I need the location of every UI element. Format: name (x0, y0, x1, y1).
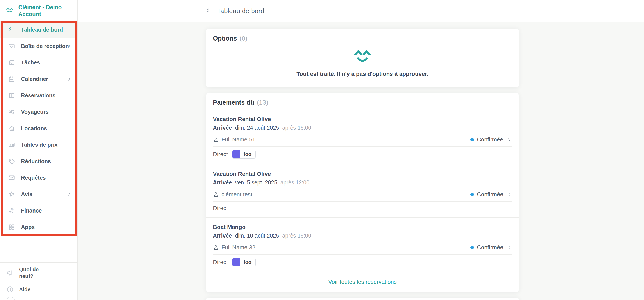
see-all-reservations-link[interactable]: Voir toutes les réservations (328, 278, 397, 285)
star-icon (8, 191, 15, 198)
guest-name: Full Name 32 (222, 244, 256, 251)
people-icon (8, 108, 15, 115)
sidebar-item-apps[interactable]: Apps (0, 219, 78, 235)
person-icon (213, 192, 219, 197)
finance-icon: € (8, 207, 15, 214)
checklist-icon (8, 26, 15, 33)
chevron-right-icon (67, 77, 72, 82)
book-icon (8, 92, 15, 99)
guest: clément test (213, 191, 252, 198)
svg-text:€: € (12, 208, 13, 210)
reservation-arrival: Arrivée dim. 10 août 2025 après 16:00 (213, 232, 512, 239)
status-dot-icon (470, 193, 474, 196)
reservation-status-link[interactable]: Confirmée (470, 136, 512, 143)
reservation-item[interactable]: Vacation Rental Olive Arrivée ven. 5 sep… (206, 164, 518, 217)
guest: Full Name 51 (213, 136, 256, 143)
payments-card: Paiements dû (13) Vacation Rental Olive … (206, 93, 518, 292)
tag-badge: foo (232, 150, 256, 158)
reservation-item[interactable]: Boat Mango Arrivée dim. 10 août 2025 apr… (206, 218, 518, 272)
tag-color-swatch (232, 150, 240, 158)
task-check-icon (8, 59, 15, 66)
sidebar-item-requetes[interactable]: Requêtes (0, 170, 78, 186)
help-icon: ? (6, 286, 14, 293)
sidebar-footer: Quoi de neuf? ? Aide (0, 262, 78, 293)
channel-label: Direct (213, 259, 228, 266)
calendar-icon (8, 76, 15, 82)
arrivals-card: Arrivées du jour (1) (206, 298, 518, 300)
reservation-arrival: Arrivée dim. 24 août 2025 après 16:00 (213, 124, 512, 131)
status-label: Confirmée (477, 136, 503, 143)
smiley-icon (353, 49, 372, 63)
sidebar-item-tables-de-prix[interactable]: $ Tables de prix (0, 136, 78, 153)
options-card-title: Options (213, 35, 237, 42)
options-empty-message: Tout est traité. Il n'y a pas d'options … (213, 70, 512, 78)
reservation-property: Boat Mango (213, 223, 512, 231)
sidebar-item-locations[interactable]: Locations (0, 120, 78, 136)
checklist-icon (206, 8, 213, 14)
cut-off-icon (6, 297, 15, 300)
chevron-right-icon (507, 137, 512, 142)
sidebar-item-avis[interactable]: Avis (0, 186, 78, 202)
sidebar-item-voyageurs[interactable]: Voyageurs (0, 104, 78, 120)
chevron-right-icon (507, 192, 512, 197)
status-dot-icon (470, 246, 474, 249)
chevron-right-icon (507, 245, 512, 250)
megaphone-icon (6, 269, 14, 276)
person-icon (213, 136, 219, 142)
payments-card-title: Paiements dû (213, 99, 254, 106)
reservation-item[interactable]: Vacation Rental Olive Arrivée dim. 24 ao… (206, 115, 518, 164)
tag-label: foo (240, 258, 256, 266)
status-label: Confirmée (477, 244, 503, 251)
tag-label: foo (240, 150, 256, 158)
chevron-right-icon (67, 192, 72, 197)
sidebar-item-taches[interactable]: Tâches (0, 54, 78, 71)
page-title: Tableau de bord (217, 7, 264, 15)
price-table-icon: $ (8, 142, 15, 148)
sidebar-nav: Tableau de bord Boîte de réception (0, 22, 78, 235)
house-icon (8, 125, 15, 132)
page-header: Tableau de bord (78, 0, 644, 22)
reservation-arrival: Arrivée ven. 5 sept. 2025 après 12:00 (213, 179, 512, 186)
options-card: Options (0) Tout est traité. Il n'y a pa… (206, 29, 518, 88)
channel-label: Direct (213, 151, 228, 158)
status-dot-icon (470, 138, 474, 142)
reservation-property: Vacation Rental Olive (213, 170, 512, 178)
tag-icon (8, 158, 15, 165)
whats-new-label: Quoi de neuf? (19, 266, 50, 280)
help-label: Aide (19, 286, 50, 293)
account-logo[interactable]: Clément - Demo Account (0, 0, 78, 22)
guest-name: clément test (222, 191, 252, 198)
whats-new-item[interactable]: Quoi de neuf? (0, 266, 78, 280)
chevron-right-icon (67, 44, 72, 49)
content-area: Options (0) Tout est traité. Il n'y a pa… (78, 22, 644, 300)
sidebar-item-boite-de-reception[interactable]: Boîte de réception (0, 38, 78, 54)
sidebar: Clément - Demo Account Tableau de bord B… (0, 0, 78, 300)
guest: Full Name 32 (213, 244, 256, 251)
reservation-status-link[interactable]: Confirmée (470, 191, 512, 198)
sidebar-item-calendrier[interactable]: Calendrier (0, 71, 78, 87)
channel-label: Direct (213, 205, 228, 212)
options-card-count: (0) (240, 35, 247, 42)
payments-card-count: (13) (257, 99, 268, 106)
reservation-status-link[interactable]: Confirmée (470, 244, 512, 251)
apps-grid-icon (8, 224, 15, 230)
person-icon (213, 244, 219, 250)
sidebar-item-finance[interactable]: € Finance (0, 202, 78, 219)
status-label: Confirmée (477, 191, 503, 198)
sidebar-item-reductions[interactable]: Réductions (0, 153, 78, 170)
svg-text:?: ? (10, 288, 12, 291)
envelope-icon (8, 174, 15, 181)
smiley-logo-icon (6, 8, 13, 14)
sidebar-item-tableau-de-bord[interactable]: Tableau de bord (0, 22, 78, 38)
account-name: Clément - Demo Account (18, 4, 78, 18)
reservation-property: Vacation Rental Olive (213, 115, 512, 123)
inbox-icon (8, 43, 15, 50)
guest-name: Full Name 51 (222, 136, 256, 143)
tag-badge: foo (232, 258, 256, 266)
tag-color-swatch (232, 258, 240, 266)
svg-text:$: $ (10, 144, 12, 146)
help-item[interactable]: ? Aide (0, 286, 78, 293)
sidebar-item-reservations[interactable]: Réservations (0, 87, 78, 104)
